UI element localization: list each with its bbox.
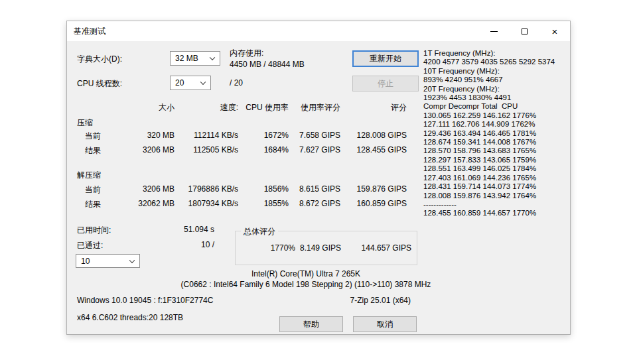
stop-button[interactable]: 停止 bbox=[352, 76, 419, 91]
speed-value: 1796886 KB/s bbox=[175, 184, 238, 196]
row-label: 当前 bbox=[77, 131, 113, 142]
size-value: 320 MB bbox=[113, 131, 175, 142]
log-line: 4200 4577 3579 4035 5265 5292 5374 bbox=[423, 58, 564, 66]
close-button[interactable]: × bbox=[539, 21, 570, 41]
passes-select-value: 10 bbox=[81, 257, 90, 266]
cpu-usage-value: 1672% bbox=[238, 131, 289, 142]
total-rating-value: 144.657 GIPS bbox=[362, 243, 411, 253]
row-label: 当前 bbox=[77, 184, 113, 196]
log-line: 128.674 159.341 144.008 1767% bbox=[423, 138, 564, 147]
window-title: 基准测试 bbox=[67, 26, 106, 37]
cpu-info-line2: (C0662 : Intel64 Family 6 Model 198 Step… bbox=[77, 280, 535, 289]
passes-label: 已通过: bbox=[77, 240, 103, 251]
close-icon: × bbox=[552, 27, 558, 36]
column-header-rating: 评分 bbox=[340, 102, 407, 113]
log-line: 10T Frequency (MHz): bbox=[423, 67, 564, 76]
cpu-usage-value: 1855% bbox=[238, 199, 289, 210]
total-usage-rating-value: 8.149 GIPS bbox=[300, 243, 341, 253]
rating-value: 128.455 GIPS bbox=[340, 145, 407, 156]
column-header-size: 大小 bbox=[113, 102, 175, 113]
empty-header-cell bbox=[77, 102, 113, 113]
frequency-log: 1T Frequency (MHz): 4200 4577 3579 4035 … bbox=[423, 49, 564, 218]
chevron-down-icon bbox=[200, 79, 206, 84]
cpu-threads-value: 20 bbox=[175, 78, 184, 88]
log-line: 128.455 160.859 144.657 1770% bbox=[423, 209, 564, 217]
table-row-decompression-result: 结果 32062 MB 1807934 KB/s 1855% 8.672 GIP… bbox=[77, 199, 407, 210]
rating-value: 128.008 GIPS bbox=[340, 131, 407, 142]
usage-rating-value: 7.658 GIPS bbox=[289, 131, 340, 142]
row-label: 结果 bbox=[77, 199, 113, 210]
size-value: 3206 MB bbox=[113, 145, 175, 156]
memory-usage-label: 内存使用: bbox=[230, 48, 263, 59]
table-header-row: 大小 速度: CPU 使用率 使用率评分 评分 bbox=[77, 102, 407, 113]
help-button[interactable]: 帮助 bbox=[279, 316, 343, 332]
row-label: 结果 bbox=[77, 145, 113, 156]
section-title-compression: 压缩 bbox=[77, 117, 93, 129]
elapsed-time-label: 已用时间: bbox=[77, 225, 111, 236]
system-info: x64 6.C602 threads:20 128TB bbox=[77, 313, 183, 322]
cpu-usage-value: 1684% bbox=[238, 145, 289, 156]
usage-rating-value: 8.615 GIPS bbox=[289, 184, 340, 196]
passes-value: 10 / bbox=[143, 240, 214, 249]
title-bar: 基准测试 × bbox=[67, 21, 570, 41]
window-controls: × bbox=[478, 21, 570, 41]
log-line: 129.436 163.494 146.465 1781% bbox=[423, 129, 564, 138]
table-row-compression-current: 当前 320 MB 112114 KB/s 1672% 7.658 GIPS 1… bbox=[77, 131, 407, 142]
chevron-down-icon bbox=[210, 54, 215, 60]
column-header-usage-rating: 使用率评分 bbox=[289, 102, 340, 113]
dictionary-size-value: 32 MB bbox=[175, 54, 198, 63]
table-row-compression-result: 结果 3206 MB 112505 KB/s 1684% 7.627 GIPS … bbox=[77, 145, 407, 156]
log-line: 130.065 162.259 146.162 1776% bbox=[423, 111, 564, 120]
log-line: ------------- bbox=[423, 200, 564, 209]
section-title-decompression: 解压缩 bbox=[77, 170, 101, 181]
speed-value: 1807934 KB/s bbox=[175, 199, 238, 210]
log-line: 128.008 159.876 143.942 1764% bbox=[423, 192, 564, 200]
cpu-threads-label: CPU 线程数: bbox=[77, 78, 122, 90]
log-line: 1923% 4453 1830% 4491 bbox=[423, 93, 564, 102]
dictionary-size-select[interactable]: 32 MB bbox=[170, 51, 220, 66]
rating-value: 160.859 GIPS bbox=[340, 199, 407, 210]
chevron-down-icon bbox=[129, 257, 135, 263]
speed-value: 112505 KB/s bbox=[175, 145, 238, 156]
dictionary-size-label: 字典大小(D): bbox=[77, 54, 122, 65]
log-line: 20T Frequency (MHz): bbox=[423, 85, 564, 93]
log-line: 128.551 163.499 146.025 1784% bbox=[423, 164, 564, 173]
minimize-button[interactable] bbox=[478, 21, 509, 41]
cancel-button[interactable]: 取消 bbox=[353, 316, 417, 332]
column-header-cpu-usage: CPU 使用率 bbox=[238, 102, 289, 113]
log-line: 127.111 162.706 144.909 1762% bbox=[423, 120, 564, 129]
size-value: 32062 MB bbox=[113, 199, 175, 210]
maximize-button[interactable] bbox=[509, 21, 539, 41]
speed-value: 112114 KB/s bbox=[175, 131, 238, 142]
table-row-decompression-current: 当前 3206 MB 1796886 KB/s 1856% 8.615 GIPS… bbox=[77, 184, 407, 196]
memory-usage-value: 4450 MB / 48844 MB bbox=[230, 60, 305, 69]
log-line: 128.297 157.833 143.065 1759% bbox=[423, 156, 564, 164]
size-value: 3206 MB bbox=[113, 184, 175, 196]
benchmark-dialog: 基准测试 × 字典大小(D): 32 MB 内存使用: 4450 MB / 48… bbox=[66, 21, 571, 335]
sevenzip-version: 7-Zip 25.01 (x64) bbox=[286, 296, 411, 305]
log-line: 1T Frequency (MHz): bbox=[423, 49, 564, 58]
threads-total-label: / 20 bbox=[230, 78, 243, 88]
log-line: 127.403 161.069 144.236 1765% bbox=[423, 174, 564, 182]
rating-value: 159.876 GIPS bbox=[340, 184, 407, 196]
passes-select[interactable]: 10 bbox=[76, 254, 140, 268]
total-rating-title: 总体评分 bbox=[241, 226, 278, 237]
total-rating-group: 总体评分 1770% 8.149 GIPS 144.657 GIPS bbox=[235, 231, 417, 265]
log-line: 128.431 159.714 144.073 1774% bbox=[423, 182, 564, 191]
maximize-icon bbox=[522, 29, 528, 34]
windows-version: Windows 10.0 19045 : f:1F310F2774C bbox=[77, 296, 213, 305]
cpu-threads-select[interactable]: 20 bbox=[170, 76, 211, 90]
restart-button[interactable]: 重新开始 bbox=[352, 50, 419, 67]
column-header-speed: 速度: bbox=[175, 102, 238, 113]
log-line: Compr Decompr Total CPU bbox=[423, 102, 564, 111]
log-line: 128.570 158.796 143.683 1765% bbox=[423, 147, 564, 155]
total-cpu-value: 1770% bbox=[271, 243, 295, 253]
cpu-usage-value: 1856% bbox=[238, 184, 289, 196]
total-rating-values: 1770% 8.149 GIPS 144.657 GIPS bbox=[236, 243, 411, 253]
usage-rating-value: 7.627 GIPS bbox=[289, 145, 340, 156]
minimize-icon bbox=[490, 31, 498, 32]
usage-rating-value: 8.672 GIPS bbox=[289, 199, 340, 210]
elapsed-time-value: 51.094 s bbox=[143, 225, 214, 234]
log-line: 893% 4240 951% 4667 bbox=[423, 76, 564, 84]
cpu-info-line1: Intel(R) Core(TM) Ultra 7 265K bbox=[77, 269, 535, 278]
